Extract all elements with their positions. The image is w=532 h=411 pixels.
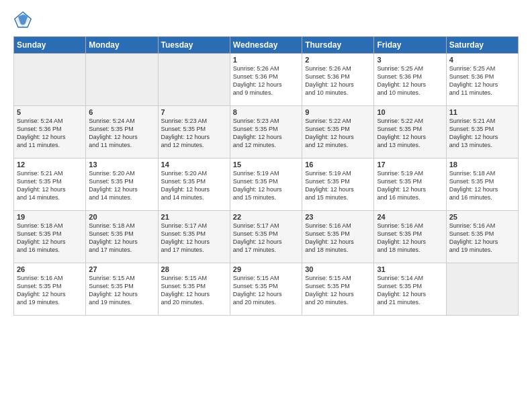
- calendar-cell: 16Sunrise: 5:19 AM Sunset: 5:35 PM Dayli…: [302, 158, 374, 211]
- calendar-cell: 26Sunrise: 5:16 AM Sunset: 5:35 PM Dayli…: [14, 263, 86, 316]
- day-number: 9: [305, 108, 371, 116]
- day-number: 12: [17, 161, 83, 169]
- calendar-cell: 30Sunrise: 5:15 AM Sunset: 5:35 PM Dayli…: [302, 263, 374, 316]
- calendar-week-5: 26Sunrise: 5:16 AM Sunset: 5:35 PM Dayli…: [14, 263, 519, 316]
- weekday-header-wednesday: Wednesday: [230, 37, 302, 54]
- day-number: 2: [305, 56, 371, 64]
- calendar-cell: [158, 54, 230, 106]
- day-number: 16: [305, 161, 371, 169]
- day-number: 8: [233, 108, 299, 116]
- day-info: Sunrise: 5:15 AM Sunset: 5:35 PM Dayligh…: [161, 274, 227, 307]
- day-info: Sunrise: 5:21 AM Sunset: 5:35 PM Dayligh…: [449, 117, 515, 150]
- calendar-week-3: 12Sunrise: 5:21 AM Sunset: 5:35 PM Dayli…: [14, 158, 519, 211]
- day-info: Sunrise: 5:24 AM Sunset: 5:35 PM Dayligh…: [89, 117, 154, 150]
- calendar-cell: 18Sunrise: 5:18 AM Sunset: 5:35 PM Dayli…: [446, 158, 518, 211]
- day-info: Sunrise: 5:23 AM Sunset: 5:35 PM Dayligh…: [161, 117, 227, 150]
- day-info: Sunrise: 5:20 AM Sunset: 5:35 PM Dayligh…: [89, 169, 154, 202]
- day-number: 15: [233, 161, 299, 169]
- day-number: 5: [17, 108, 83, 116]
- day-info: Sunrise: 5:23 AM Sunset: 5:35 PM Dayligh…: [233, 117, 299, 150]
- calendar-cell: 6Sunrise: 5:24 AM Sunset: 5:35 PM Daylig…: [86, 106, 158, 158]
- calendar-cell: 2Sunrise: 5:26 AM Sunset: 5:36 PM Daylig…: [302, 54, 374, 106]
- weekday-row: SundayMondayTuesdayWednesdayThursdayFrid…: [14, 37, 519, 54]
- day-info: Sunrise: 5:17 AM Sunset: 5:35 PM Dayligh…: [233, 222, 299, 255]
- day-number: 22: [233, 213, 299, 221]
- calendar-cell: 21Sunrise: 5:17 AM Sunset: 5:35 PM Dayli…: [158, 211, 230, 263]
- day-number: 27: [89, 265, 154, 273]
- day-info: Sunrise: 5:26 AM Sunset: 5:36 PM Dayligh…: [305, 64, 371, 97]
- day-info: Sunrise: 5:24 AM Sunset: 5:36 PM Dayligh…: [17, 117, 83, 150]
- day-number: 13: [89, 161, 154, 169]
- calendar-cell: 7Sunrise: 5:23 AM Sunset: 5:35 PM Daylig…: [158, 106, 230, 158]
- calendar-body: 1Sunrise: 5:26 AM Sunset: 5:36 PM Daylig…: [14, 54, 519, 316]
- calendar-cell: 23Sunrise: 5:16 AM Sunset: 5:35 PM Dayli…: [302, 211, 374, 263]
- calendar-cell: 12Sunrise: 5:21 AM Sunset: 5:35 PM Dayli…: [14, 158, 86, 211]
- day-info: Sunrise: 5:18 AM Sunset: 5:35 PM Dayligh…: [89, 222, 154, 255]
- calendar-cell: 14Sunrise: 5:20 AM Sunset: 5:35 PM Dayli…: [158, 158, 230, 211]
- day-info: Sunrise: 5:17 AM Sunset: 5:35 PM Dayligh…: [161, 222, 227, 255]
- weekday-header-sunday: Sunday: [14, 37, 86, 54]
- day-info: Sunrise: 5:26 AM Sunset: 5:36 PM Dayligh…: [233, 64, 299, 97]
- day-number: 20: [89, 213, 154, 221]
- day-number: 19: [17, 213, 83, 221]
- day-info: Sunrise: 5:21 AM Sunset: 5:35 PM Dayligh…: [17, 169, 83, 202]
- calendar-cell: 27Sunrise: 5:15 AM Sunset: 5:35 PM Dayli…: [86, 263, 158, 316]
- day-info: Sunrise: 5:19 AM Sunset: 5:35 PM Dayligh…: [233, 169, 299, 202]
- header: [13, 11, 519, 30]
- calendar-cell: [14, 54, 86, 106]
- day-number: 29: [233, 265, 299, 273]
- calendar-header: SundayMondayTuesdayWednesdayThursdayFrid…: [14, 37, 519, 54]
- day-number: 25: [449, 213, 515, 221]
- calendar-cell: [86, 54, 158, 106]
- day-info: Sunrise: 5:22 AM Sunset: 5:35 PM Dayligh…: [377, 117, 443, 150]
- calendar-cell: 20Sunrise: 5:18 AM Sunset: 5:35 PM Dayli…: [86, 211, 158, 263]
- calendar-cell: 10Sunrise: 5:22 AM Sunset: 5:35 PM Dayli…: [374, 106, 446, 158]
- calendar-cell: 9Sunrise: 5:22 AM Sunset: 5:35 PM Daylig…: [302, 106, 374, 158]
- day-info: Sunrise: 5:15 AM Sunset: 5:35 PM Dayligh…: [305, 274, 371, 307]
- weekday-header-friday: Friday: [374, 37, 446, 54]
- calendar-cell: [446, 263, 518, 316]
- day-number: 7: [161, 108, 227, 116]
- day-number: 26: [17, 265, 83, 273]
- day-info: Sunrise: 5:14 AM Sunset: 5:35 PM Dayligh…: [377, 274, 443, 307]
- calendar-cell: 4Sunrise: 5:25 AM Sunset: 5:36 PM Daylig…: [446, 54, 518, 106]
- calendar-cell: 24Sunrise: 5:16 AM Sunset: 5:35 PM Dayli…: [374, 211, 446, 263]
- day-number: 17: [377, 161, 443, 169]
- day-number: 28: [161, 265, 227, 273]
- calendar-week-2: 5Sunrise: 5:24 AM Sunset: 5:36 PM Daylig…: [14, 106, 519, 158]
- day-number: 1: [233, 56, 299, 64]
- day-info: Sunrise: 5:22 AM Sunset: 5:35 PM Dayligh…: [305, 117, 371, 150]
- calendar-cell: 1Sunrise: 5:26 AM Sunset: 5:36 PM Daylig…: [230, 54, 302, 106]
- day-number: 6: [89, 108, 154, 116]
- weekday-header-monday: Monday: [86, 37, 158, 54]
- day-info: Sunrise: 5:25 AM Sunset: 5:36 PM Dayligh…: [377, 64, 443, 97]
- day-number: 10: [377, 108, 443, 116]
- day-info: Sunrise: 5:19 AM Sunset: 5:35 PM Dayligh…: [305, 169, 371, 202]
- calendar-cell: 11Sunrise: 5:21 AM Sunset: 5:35 PM Dayli…: [446, 106, 518, 158]
- day-info: Sunrise: 5:15 AM Sunset: 5:35 PM Dayligh…: [233, 274, 299, 307]
- calendar-cell: 25Sunrise: 5:16 AM Sunset: 5:35 PM Dayli…: [446, 211, 518, 263]
- day-info: Sunrise: 5:15 AM Sunset: 5:35 PM Dayligh…: [89, 274, 154, 307]
- day-info: Sunrise: 5:19 AM Sunset: 5:35 PM Dayligh…: [377, 169, 443, 202]
- logo-icon: [13, 11, 32, 30]
- calendar-cell: 3Sunrise: 5:25 AM Sunset: 5:36 PM Daylig…: [374, 54, 446, 106]
- day-info: Sunrise: 5:16 AM Sunset: 5:35 PM Dayligh…: [377, 222, 443, 255]
- day-info: Sunrise: 5:25 AM Sunset: 5:36 PM Dayligh…: [449, 64, 515, 97]
- day-info: Sunrise: 5:18 AM Sunset: 5:35 PM Dayligh…: [17, 222, 83, 255]
- day-number: 11: [449, 108, 515, 116]
- day-number: 18: [449, 161, 515, 169]
- calendar-cell: 13Sunrise: 5:20 AM Sunset: 5:35 PM Dayli…: [86, 158, 158, 211]
- calendar-cell: 8Sunrise: 5:23 AM Sunset: 5:35 PM Daylig…: [230, 106, 302, 158]
- day-info: Sunrise: 5:20 AM Sunset: 5:35 PM Dayligh…: [161, 169, 227, 202]
- day-number: 30: [305, 265, 371, 273]
- calendar-cell: 19Sunrise: 5:18 AM Sunset: 5:35 PM Dayli…: [14, 211, 86, 263]
- day-info: Sunrise: 5:16 AM Sunset: 5:35 PM Dayligh…: [305, 222, 371, 255]
- day-info: Sunrise: 5:16 AM Sunset: 5:35 PM Dayligh…: [449, 222, 515, 255]
- weekday-header-tuesday: Tuesday: [158, 37, 230, 54]
- weekday-header-saturday: Saturday: [446, 37, 518, 54]
- day-info: Sunrise: 5:18 AM Sunset: 5:35 PM Dayligh…: [449, 169, 515, 202]
- calendar-cell: 5Sunrise: 5:24 AM Sunset: 5:36 PM Daylig…: [14, 106, 86, 158]
- weekday-header-thursday: Thursday: [302, 37, 374, 54]
- calendar-week-4: 19Sunrise: 5:18 AM Sunset: 5:35 PM Dayli…: [14, 211, 519, 263]
- day-number: 31: [377, 265, 443, 273]
